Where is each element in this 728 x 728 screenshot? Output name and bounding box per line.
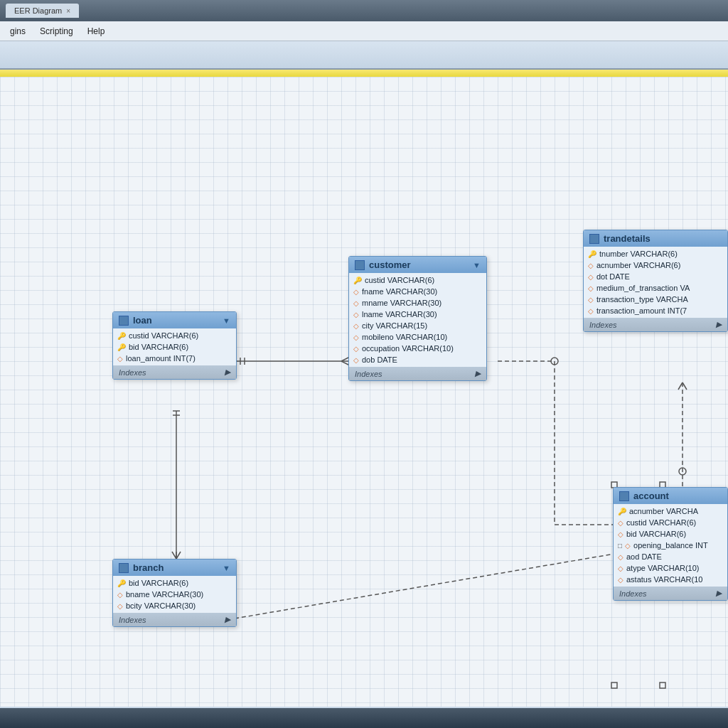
bottom-bar (0, 708, 728, 728)
indexes-arrow: ▶ (225, 615, 230, 624)
table-icon (119, 563, 129, 573)
relationship-lines (0, 77, 728, 707)
field-row: ◇ bcity VARCHAR(30) (113, 600, 236, 611)
pk-icon: 🔑 (117, 332, 126, 340)
diamond-icon: ◇ (618, 576, 623, 584)
table-customer-name: customer (369, 259, 411, 270)
table-icon (589, 234, 599, 244)
field-row: 🔑 bid VARCHAR(6) (113, 577, 236, 589)
table-customer-arrow: ▼ (473, 261, 481, 269)
field-row: ◇ medium_of_transaction VA (584, 282, 727, 294)
svg-rect-20 (660, 682, 665, 688)
diamond-icon: ◇ (117, 602, 123, 610)
indexes-row-customer[interactable]: Indexes ▶ (349, 367, 486, 380)
diamond-icon: ◇ (618, 564, 623, 572)
field-name: bcity VARCHAR(30) (126, 601, 196, 610)
svg-line-21 (678, 382, 682, 390)
diamond-icon: ◇ (588, 284, 594, 292)
field-row: ◇ transaction_amount INT(7 (584, 305, 727, 316)
tab-label: EER Diagram (14, 6, 62, 15)
field-row: ◇ dot DATE (584, 271, 727, 282)
field-name: bid VARCHAR(6) (129, 579, 188, 587)
field-name: transaction_type VARCHA (596, 295, 688, 304)
field-row: 🔑 custid VARCHAR(6) (113, 330, 236, 341)
field-name: loan_amount INT(7) (126, 354, 196, 363)
field-row: ◇ acnumber VARCHAR(6) (584, 259, 727, 271)
field-row: ◇ mobileno VARCHAR(10) (349, 331, 486, 343)
table-account: account 🔑 acnumber VARCHA ◇ custid VARCH… (613, 487, 728, 601)
diamond-icon: ◇ (618, 553, 623, 561)
table-trandetails-body: 🔑 tnumber VARCHAR(6) ◇ acnumber VARCHAR(… (584, 247, 727, 318)
diamond-icon: ◇ (588, 273, 594, 281)
diamond-icon: ◇ (588, 262, 594, 269)
indexes-row-branch[interactable]: Indexes ▶ (113, 613, 236, 626)
field-row: ◇ lname VARCHAR(30) (349, 309, 486, 320)
field-name: dob DATE (362, 355, 397, 364)
indexes-label: Indexes (119, 616, 146, 624)
field-name: acnumber VARCHA (629, 507, 698, 515)
table-loan-header[interactable]: loan ▼ (113, 312, 236, 328)
indexes-arrow: ▶ (475, 369, 481, 378)
indexes-arrow: ▶ (716, 589, 722, 598)
table-account-name: account (633, 491, 669, 501)
title-bar: EER Diagram × (0, 0, 728, 21)
field-name: city VARCHAR(15) (362, 321, 427, 330)
table-branch-arrow: ▼ (223, 564, 230, 572)
diamond-icon: ◇ (353, 333, 359, 341)
indexes-row-loan[interactable]: Indexes ▶ (113, 365, 236, 379)
field-name: bname VARCHAR(30) (126, 590, 203, 599)
field-name: tnumber VARCHAR(6) (599, 250, 678, 258)
pk-icon: 🔑 (353, 277, 362, 284)
field-name: custid VARCHAR(6) (365, 276, 434, 284)
diamond-icon: ◇ (353, 322, 359, 330)
diamond-icon: ◇ (625, 542, 631, 550)
field-name: fname VARCHAR(30) (362, 287, 437, 296)
table-branch-header[interactable]: branch ▼ (113, 560, 236, 576)
diamond-icon: ◇ (618, 530, 623, 538)
svg-rect-19 (611, 682, 617, 688)
eer-diagram-tab[interactable]: EER Diagram × (6, 4, 79, 18)
menu-help[interactable]: Help (80, 23, 112, 39)
field-row: 🔑 acnumber VARCHA (614, 505, 727, 517)
field-row: □ ◇ opening_balance INT (614, 540, 727, 551)
indexes-row-trandetails[interactable]: Indexes ▶ (584, 318, 727, 331)
table-icon (619, 491, 629, 501)
field-row: 🔑 custid VARCHAR(6) (349, 274, 486, 286)
table-trandetails-header[interactable]: trandetails (584, 230, 727, 247)
table-customer-body: 🔑 custid VARCHAR(6) ◇ fname VARCHAR(30) … (349, 273, 486, 367)
table-account-body: 🔑 acnumber VARCHA ◇ custid VARCHAR(6) ◇ … (614, 504, 727, 587)
table-icon (355, 260, 365, 270)
field-row: ◇ loan_amount INT(7) (113, 353, 236, 364)
indexes-arrow: ▶ (225, 368, 230, 377)
svg-line-14 (176, 552, 181, 559)
indexes-label: Indexes (619, 589, 647, 598)
diamond-icon: ◇ (353, 356, 359, 364)
field-name: astatus VARCHAR(10 (626, 575, 702, 584)
diamond-icon: ◇ (353, 345, 359, 353)
svg-line-13 (172, 552, 176, 559)
diamond-icon: ◇ (117, 591, 123, 599)
field-row: ◇ custid VARCHAR(6) (614, 517, 727, 528)
notification-bar (0, 70, 728, 77)
indexes-row-account[interactable]: Indexes ▶ (614, 587, 727, 600)
table-account-header[interactable]: account (614, 488, 727, 504)
menu-gins[interactable]: gins (3, 23, 33, 39)
table-branch-body: 🔑 bid VARCHAR(6) ◇ bname VARCHAR(30) ◇ b… (113, 576, 236, 613)
table-customer-header[interactable]: customer ▼ (349, 257, 486, 273)
indexes-label: Indexes (355, 370, 382, 378)
svg-point-23 (679, 468, 686, 475)
field-row: ◇ astatus VARCHAR(10 (614, 574, 727, 585)
pk-icon: 🔑 (117, 579, 126, 587)
table-branch: branch ▼ 🔑 bid VARCHAR(6) ◇ bname VARCHA… (112, 559, 237, 627)
diamond-icon: ◇ (353, 299, 359, 307)
field-name: medium_of_transaction VA (596, 284, 690, 292)
diamond-icon: ◇ (618, 519, 623, 527)
indexes-label: Indexes (589, 321, 617, 329)
eer-canvas[interactable]: loan ▼ 🔑 custid VARCHAR(6) 🔑 bid VARCHAR… (0, 77, 728, 707)
tab-close-button[interactable]: × (66, 7, 70, 15)
menu-scripting[interactable]: Scripting (33, 23, 80, 39)
field-name: acnumber VARCHAR(6) (596, 261, 680, 269)
field-row: ◇ atype VARCHAR(10) (614, 562, 727, 574)
table-loan-body: 🔑 custid VARCHAR(6) 🔑 bid VARCHAR(6) ◇ l… (113, 328, 236, 365)
field-name: custid VARCHAR(6) (626, 518, 696, 527)
